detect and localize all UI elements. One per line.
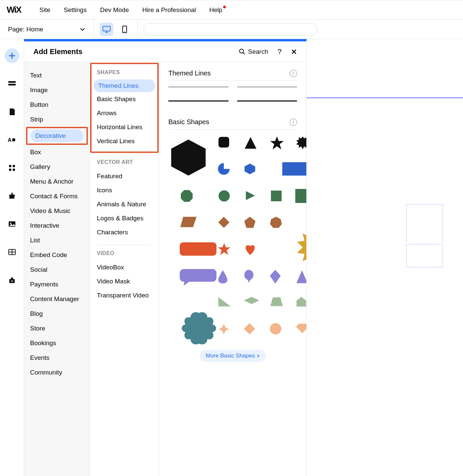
sub-basic-shapes[interactable]: Basic Shapes (90, 92, 159, 106)
business-icon[interactable]: A (5, 273, 19, 287)
line-shape[interactable] (168, 87, 228, 87)
info-icon[interactable]: i (290, 118, 297, 126)
menu-settings[interactable]: Settings (64, 6, 87, 14)
sub-featured[interactable]: Featured (90, 169, 159, 183)
cat-contact-forms[interactable]: Contact & Forms (24, 189, 90, 204)
cat-interactive[interactable]: Interactive (24, 218, 90, 233)
rhombus-flat-shape[interactable] (243, 296, 261, 313)
hexagon-shape[interactable] (168, 138, 208, 178)
right-triangle-shape[interactable] (217, 296, 235, 313)
content-icon[interactable] (5, 245, 19, 259)
sparkle-shape[interactable] (217, 322, 235, 340)
canvas-element[interactable] (406, 244, 443, 267)
line-shape[interactable] (237, 87, 297, 87)
rounded-square-shape[interactable] (217, 136, 235, 153)
cat-decorative[interactable]: Decorative (31, 130, 83, 142)
cat-content-manager[interactable]: Content Manager (24, 292, 90, 306)
line-shape[interactable] (168, 100, 228, 101)
burst-shape[interactable] (295, 136, 306, 153)
sub-videobox[interactable]: VideoBox (90, 260, 159, 274)
pentagon-shape[interactable] (243, 216, 261, 233)
line-shape[interactable] (237, 100, 297, 101)
house-shape[interactable] (295, 296, 306, 313)
design-icon[interactable]: A (5, 133, 19, 147)
cat-box[interactable]: Box (24, 145, 90, 160)
sections-icon[interactable] (5, 76, 19, 91)
cat-text[interactable]: Text (24, 68, 90, 83)
menu-hire-professional[interactable]: Hire a Professional (142, 6, 196, 14)
sub-horizontal-lines[interactable]: Horizontal Lines (90, 120, 159, 134)
menu-site[interactable]: Site (39, 6, 50, 14)
parallelogram-shape[interactable] (180, 216, 197, 233)
panel-search[interactable]: Search (239, 48, 268, 55)
gem-shape[interactable] (295, 322, 306, 340)
cat-community[interactable]: Community (24, 365, 90, 380)
pie-shape[interactable] (217, 162, 235, 180)
cat-events[interactable]: Events (24, 350, 90, 365)
cat-payments[interactable]: Payments (24, 277, 90, 292)
play-triangle-shape[interactable] (243, 189, 261, 206)
sub-characters[interactable]: Characters (90, 225, 159, 239)
circle-peach-shape[interactable] (269, 322, 287, 340)
octagon-shape[interactable] (180, 189, 197, 206)
more-basic-shapes-button[interactable]: More Basic Shapes (200, 350, 266, 362)
cat-list[interactable]: List (24, 233, 90, 248)
star-orange-shape[interactable] (217, 242, 235, 260)
diamond-shape[interactable] (217, 216, 235, 233)
sub-vertical-lines[interactable]: Vertical Lines (90, 134, 159, 148)
sub-transparent-video[interactable]: Transparent Video (90, 288, 159, 302)
pages-icon[interactable] (5, 104, 19, 119)
flower-cloud-shape[interactable] (180, 309, 197, 326)
circle-shape[interactable] (217, 189, 235, 206)
addons-icon[interactable] (5, 189, 19, 203)
close-button[interactable] (291, 49, 297, 55)
media-icon[interactable] (5, 217, 19, 231)
cat-social[interactable]: Social (24, 262, 90, 277)
editor-canvas[interactable] (307, 39, 463, 476)
desktop-view-button[interactable] (100, 23, 113, 36)
add-elements-button[interactable] (5, 48, 19, 63)
speech-rect-shape[interactable] (295, 189, 306, 206)
menu-dev-mode[interactable]: Dev Mode (100, 6, 129, 14)
info-icon[interactable]: i (290, 70, 297, 77)
square-shape[interactable] (269, 189, 287, 206)
rectangle-shape[interactable] (282, 162, 300, 180)
sub-themed-lines[interactable]: Themed Lines (94, 79, 155, 92)
sub-arrows[interactable]: Arrows (90, 106, 159, 120)
cat-store[interactable]: Store (24, 321, 90, 336)
cat-embed-code[interactable]: Embed Code (24, 248, 90, 262)
sub-video-mask[interactable]: Video Mask (90, 274, 159, 288)
drop-shape[interactable] (217, 269, 235, 286)
heart-shape[interactable] (243, 242, 261, 260)
triangle-shape[interactable] (243, 136, 261, 153)
menu-help[interactable]: Help (209, 6, 222, 14)
rounded-rect-shape[interactable] (180, 242, 197, 260)
cat-button[interactable]: Button (24, 97, 90, 112)
page-selector[interactable]: Page: Home (0, 26, 94, 33)
cat-strip[interactable]: Strip (24, 112, 90, 127)
sub-logos-badges[interactable]: Logos & Badges (90, 211, 159, 225)
mobile-view-button[interactable] (118, 23, 131, 36)
kite-shape[interactable] (269, 269, 287, 286)
apps-icon[interactable] (5, 161, 19, 175)
diamond-peach-shape[interactable] (243, 322, 261, 340)
cat-bookings[interactable]: Bookings (24, 336, 90, 350)
canvas-element[interactable] (406, 204, 443, 242)
heptagon-shape[interactable] (269, 216, 287, 233)
sun-burst-shape[interactable] (295, 229, 306, 246)
hexagon-small-shape[interactable] (243, 162, 261, 180)
cat-image[interactable]: Image (24, 83, 90, 97)
cat-menu-anchor[interactable]: Menu & Anchor (24, 174, 90, 189)
cat-gallery[interactable]: Gallery (24, 160, 90, 174)
cone-shape[interactable] (295, 269, 306, 286)
cat-video-music[interactable]: Video & Music (24, 204, 90, 218)
cat-blog[interactable]: Blog (24, 306, 90, 321)
balloon-shape[interactable] (243, 269, 261, 286)
sub-icons[interactable]: Icons (90, 183, 159, 197)
speech-bubble-shape[interactable] (180, 269, 197, 286)
sub-animals-nature[interactable]: Animals & Nature (90, 197, 159, 211)
trapezoid-shape[interactable] (269, 296, 287, 313)
search-input[interactable] (144, 23, 317, 36)
star-shape[interactable] (269, 136, 287, 153)
help-button[interactable]: ? (278, 47, 282, 56)
